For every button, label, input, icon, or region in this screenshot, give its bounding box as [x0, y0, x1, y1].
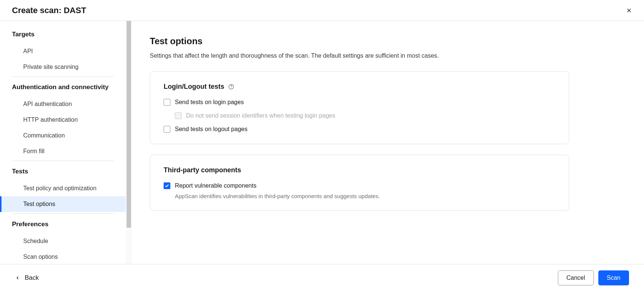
sidebar-item-api[interactable]: API [0, 43, 126, 59]
card-title-login-logout: Login/Logout tests [164, 83, 224, 91]
checkbox-label-report-vulnerable: Report vulnerable components [175, 182, 256, 189]
checkbox-label-send-tests-login: Send tests on login pages [175, 99, 244, 106]
dialog-title: Create scan: DAST [12, 6, 86, 15]
checkbox-desc-report-vulnerable: AppScan identifies vulnerabilities in th… [175, 193, 555, 199]
sidebar-section-targets: Targets [0, 25, 126, 43]
sidebar-item-schedule[interactable]: Schedule [0, 233, 126, 249]
third-party-components-card: Third-party components Report vulnerable… [150, 155, 569, 211]
sidebar-divider [12, 161, 114, 161]
sidebar-item-api-authentication[interactable]: API authentication [0, 96, 126, 112]
sidebar-scrollbar-thumb[interactable] [127, 21, 131, 228]
back-label: Back [25, 274, 39, 282]
sidebar-item-http-authentication[interactable]: HTTP authentication [0, 112, 126, 128]
checkbox-send-tests-login[interactable] [164, 99, 170, 106]
sidebar-section-preferences: Preferences [0, 215, 126, 233]
dialog-footer: Back Cancel Scan [0, 264, 644, 291]
login-logout-tests-card: Login/Logout tests Send tests on login p… [150, 71, 569, 144]
checkbox-send-tests-logout[interactable] [164, 126, 170, 133]
cancel-button[interactable]: Cancel [558, 270, 594, 285]
svg-point-3 [231, 88, 231, 88]
sidebar-item-test-policy[interactable]: Test policy and optimization [0, 181, 126, 196]
checkbox-label-no-session-identifiers: Do not send session identifiers when tes… [186, 112, 335, 119]
close-icon [626, 7, 632, 14]
sidebar-divider [12, 213, 114, 214]
sidebar-section-tests: Tests [0, 163, 126, 181]
sidebar: Targets API Private site scanning Authen… [0, 21, 126, 264]
page-description: Settings that affect the length and thor… [150, 52, 626, 59]
sidebar-item-scan-options[interactable]: Scan options [0, 249, 126, 264]
sidebar-divider [12, 76, 114, 77]
checkmark-icon [165, 184, 169, 188]
close-button[interactable] [623, 4, 635, 16]
sidebar-item-form-fill[interactable]: Form fill [0, 143, 126, 159]
page-title: Test options [150, 36, 626, 46]
card-title-third-party: Third-party components [164, 166, 241, 174]
sidebar-item-test-options[interactable]: Test options [0, 196, 126, 212]
back-button[interactable]: Back [15, 274, 39, 282]
checkbox-label-send-tests-logout: Send tests on logout pages [175, 126, 247, 133]
chevron-left-icon [15, 275, 20, 281]
sidebar-section-auth: Authentication and connectivity [0, 78, 126, 96]
main-content: Test options Settings that affect the le… [132, 21, 644, 264]
dialog-header: Create scan: DAST [0, 0, 644, 21]
sidebar-item-communication[interactable]: Communication [0, 128, 126, 143]
sidebar-item-private-site-scanning[interactable]: Private site scanning [0, 59, 126, 75]
sidebar-container: Targets API Private site scanning Authen… [0, 21, 132, 264]
help-icon[interactable] [228, 84, 235, 90]
checkbox-no-session-identifiers [175, 112, 182, 119]
sidebar-scrollbar[interactable] [126, 21, 132, 264]
checkbox-report-vulnerable[interactable] [164, 182, 170, 189]
scan-button[interactable]: Scan [598, 270, 629, 285]
